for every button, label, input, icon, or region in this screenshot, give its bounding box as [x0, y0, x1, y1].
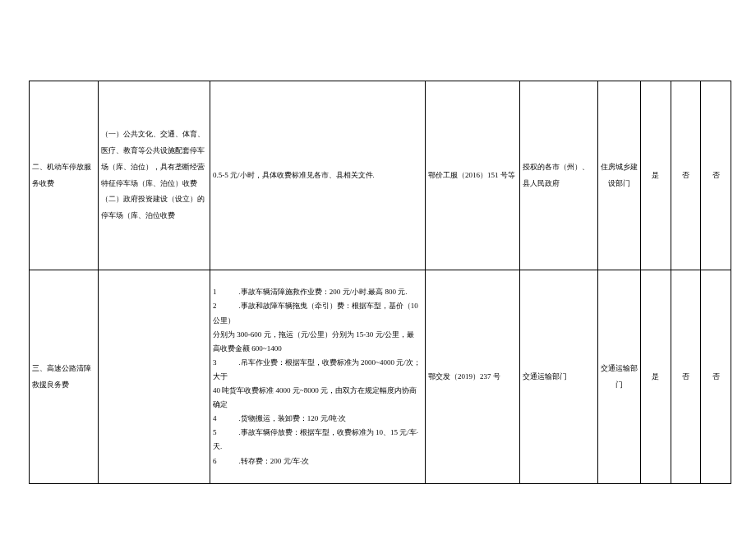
dept-cell: 住房城乡建设部门: [597, 81, 640, 270]
doc-ref-cell: 鄂价工服（2016）151 号等: [426, 81, 520, 270]
authority-cell: 交通运输部门: [520, 270, 597, 484]
flag1-cell: 是: [640, 270, 671, 484]
flag3: 否: [703, 168, 728, 184]
flag2-cell: 否: [671, 81, 701, 270]
table-row: 二、机动车停放服务收费 （一）公共文化、交通、体育、医疗、教育等公共设施配套停车…: [30, 81, 731, 270]
item-name: 二、机动车停放服务收费: [32, 159, 95, 192]
authority: 交通运输部门: [523, 369, 594, 385]
flag2-cell: 否: [671, 270, 701, 484]
table-row: 三、高速公路清障救援良务费 1 .事故车辆清障施救作业费：200 元/小时.最高…: [30, 270, 731, 484]
fee-standard-cell: 1 .事故车辆清障施救作业费：200 元/小时.最高 800 元. 2 .事故和…: [210, 270, 426, 484]
flag1-cell: 是: [640, 81, 671, 270]
authority-cell: 授权的各市（州）、县人民政府: [520, 81, 597, 270]
flag3-cell: 否: [701, 270, 731, 484]
item-name-cell: 二、机动车停放服务收费: [30, 81, 99, 270]
item-scope-cell: （一）公共文化、交通、体育、医疗、教育等公共设施配套停车场（库、泊位），具有垄断…: [98, 81, 210, 270]
dept: 交通运输部门: [601, 361, 638, 394]
item-scope: （一）公共文化、交通、体育、医疗、教育等公共设施配套停车场（库、泊位），具有垄断…: [101, 127, 207, 224]
fee-standard: 0.5-5 元/小时，具体收费标准见各市、县相关文件.: [213, 168, 422, 184]
flag1: 是: [643, 168, 668, 184]
doc-ref-cell: 鄂交发（2019）237 号: [426, 270, 520, 484]
pricing-table: 二、机动车停放服务收费 （一）公共文化、交通、体育、医疗、教育等公共设施配套停车…: [29, 81, 731, 484]
fee-standard: 1 .事故车辆清障施救作业费：200 元/小时.最高 800 元. 2 .事故和…: [213, 285, 422, 468]
doc-ref: 鄂价工服（2016）151 号等: [428, 168, 517, 184]
item-scope-cell: [98, 270, 210, 484]
item-name: 三、高速公路清障救援良务费: [32, 361, 95, 394]
authority: 授权的各市（州）、县人民政府: [523, 159, 594, 192]
flag3-cell: 否: [701, 81, 731, 270]
dept: 住房城乡建设部门: [601, 159, 638, 192]
item-name-cell: 三、高速公路清障救援良务费: [30, 270, 99, 484]
doc-ref: 鄂交发（2019）237 号: [428, 369, 517, 385]
dept-cell: 交通运输部门: [597, 270, 640, 484]
flag3: 否: [703, 369, 728, 385]
flag2: 否: [674, 369, 698, 385]
flag1: 是: [643, 369, 668, 385]
fee-standard-cell: 0.5-5 元/小时，具体收费标准见各市、县相关文件.: [210, 81, 426, 270]
page-container: 二、机动车停放服务收费 （一）公共文化、交通、体育、医疗、教育等公共设施配套停车…: [0, 0, 756, 535]
flag2: 否: [674, 168, 698, 184]
